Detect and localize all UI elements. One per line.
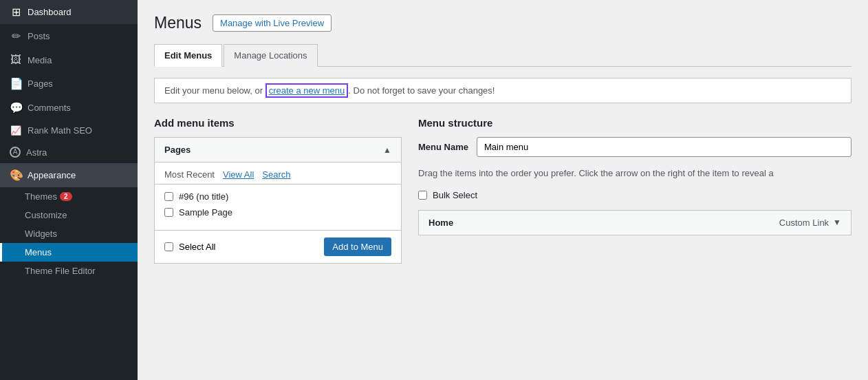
sidebar-item-comments[interactable]: 💬 Comments [0, 96, 138, 120]
menu-name-input[interactable] [477, 137, 851, 157]
menu-structure-title: Menu structure [418, 117, 851, 129]
item-96-checkbox[interactable] [164, 192, 173, 201]
sidebar-subitem-menus[interactable]: Menus [0, 243, 138, 262]
theme-file-editor-label: Theme File Editor [25, 266, 96, 276]
item-96-label: #96 (no title) [179, 191, 228, 202]
bulk-select-checkbox[interactable] [418, 191, 427, 200]
add-to-menu-button[interactable]: Add to Menu [324, 237, 391, 256]
sidebar-item-label: Appearance [28, 170, 76, 180]
item-sample-checkbox[interactable] [164, 208, 173, 217]
widgets-label: Widgets [25, 229, 57, 239]
list-item: Sample Page [164, 207, 391, 218]
menu-tabs: Edit Menus Manage Locations [154, 43, 851, 67]
pages-panel-footer: Select All Add to Menu [155, 230, 401, 263]
sidebar-item-label: Dashboard [28, 7, 72, 17]
notice-bar: Edit your menu below, or create a new me… [154, 78, 851, 103]
appearance-submenu: Themes 2 Customize Widgets Menus Theme F… [0, 187, 138, 280]
select-all-checkbox[interactable] [164, 242, 173, 251]
posts-icon: ✏ [10, 30, 22, 43]
sidebar-item-dashboard[interactable]: ⊞ Dashboard [0, 0, 138, 24]
sidebar-item-label: Pages [28, 78, 53, 89]
astra-icon: A [10, 147, 21, 158]
sidebar-item-posts[interactable]: ✏ Posts [0, 24, 138, 48]
themes-badge: 2 [60, 192, 72, 201]
customize-label: Customize [25, 210, 67, 220]
themes-label: Themes [25, 191, 57, 202]
rank-math-icon: 📈 [10, 125, 22, 136]
sidebar-subitem-themes[interactable]: Themes 2 [0, 187, 138, 206]
sidebar-item-label: Media [28, 55, 52, 65]
bulk-select-label: Bulk Select [433, 190, 477, 200]
page-header: Menus Manage with Live Preview [154, 14, 851, 32]
sidebar-item-astra[interactable]: A Astra [0, 141, 138, 163]
sidebar-item-label: Astra [26, 147, 47, 158]
notice-suffix: . Do not forget to save your changes! [348, 85, 495, 96]
main-content: Menus Manage with Live Preview Edit Menu… [138, 0, 868, 380]
pages-sub-tabs: Most Recent View All Search [155, 162, 401, 184]
menu-name-row: Menu Name [418, 137, 851, 157]
tab-manage-locations[interactable]: Manage Locations [224, 44, 317, 67]
pages-icon: 📄 [10, 77, 22, 90]
tab-edit-menus[interactable]: Edit Menus [154, 44, 222, 67]
bulk-select-row: Bulk Select [418, 190, 851, 200]
notice-prefix: Edit your menu below, or [164, 85, 265, 96]
sidebar: ⊞ Dashboard ✏ Posts 🖼 Media 📄 Pages 💬 Co… [0, 0, 138, 380]
dashboard-icon: ⊞ [10, 6, 22, 19]
sidebar-item-media[interactable]: 🖼 Media [0, 48, 138, 72]
menu-structure-col: Menu structure Menu Name Drag the items … [418, 117, 851, 264]
pages-panel-title: Pages [164, 145, 191, 155]
media-icon: 🖼 [10, 54, 22, 66]
pages-panel: Pages ▲ Most Recent View All Search #96 … [154, 137, 402, 264]
sidebar-subitem-theme-file-editor[interactable]: Theme File Editor [0, 262, 138, 280]
select-all-label: Select All [179, 242, 215, 252]
comments-icon: 💬 [10, 101, 22, 114]
menu-item-home: Home Custom Link ▼ [418, 210, 851, 235]
add-menu-items-col: Add menu items Pages ▲ Most Recent View … [154, 117, 402, 264]
pages-panel-header: Pages ▲ [155, 138, 401, 162]
sidebar-item-label: Posts [28, 31, 50, 41]
list-item: #96 (no title) [164, 191, 391, 202]
menu-item-home-type: Custom Link ▼ [779, 218, 841, 228]
sidebar-item-label: Rank Math SEO [28, 125, 92, 136]
create-new-menu-link[interactable]: create a new menu [265, 83, 349, 98]
pages-checkbox-list: #96 (no title) Sample Page [155, 184, 401, 230]
menu-description: Drag the items into the order you prefer… [418, 167, 851, 180]
menu-name-label: Menu Name [418, 142, 468, 152]
add-menu-items-title: Add menu items [154, 117, 402, 129]
manage-live-preview-button[interactable]: Manage with Live Preview [213, 14, 332, 32]
menus-label: Menus [25, 247, 52, 257]
appearance-icon: 🎨 [10, 169, 22, 182]
item-sample-label: Sample Page [179, 207, 232, 218]
select-all-row: Select All [164, 242, 215, 252]
two-col-layout: Add menu items Pages ▲ Most Recent View … [154, 117, 851, 264]
subtab-view-all[interactable]: View All [223, 169, 254, 180]
sidebar-item-appearance[interactable]: 🎨 Appearance [0, 163, 138, 187]
sidebar-subitem-customize[interactable]: Customize [0, 206, 138, 224]
panel-collapse-icon[interactable]: ▲ [383, 145, 391, 155]
sidebar-item-rank-math-seo[interactable]: 📈 Rank Math SEO [0, 120, 138, 141]
sidebar-item-pages[interactable]: 📄 Pages [0, 72, 138, 96]
sidebar-item-label: Comments [28, 103, 71, 113]
menu-item-dropdown-icon[interactable]: ▼ [833, 218, 841, 227]
subtab-most-recent[interactable]: Most Recent [164, 169, 215, 180]
subtab-search[interactable]: Search [262, 169, 290, 180]
menu-item-home-header: Home Custom Link ▼ [419, 211, 851, 235]
page-title: Menus [154, 14, 202, 32]
sidebar-subitem-widgets[interactable]: Widgets [0, 224, 138, 243]
menu-item-home-title: Home [428, 218, 453, 228]
menu-item-type-label: Custom Link [779, 218, 829, 228]
